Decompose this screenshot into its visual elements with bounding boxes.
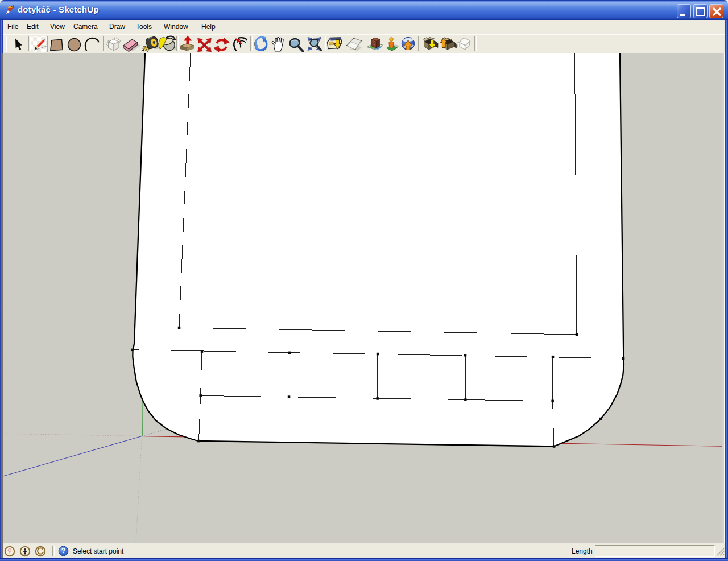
svg-text:?: ? xyxy=(61,547,65,555)
